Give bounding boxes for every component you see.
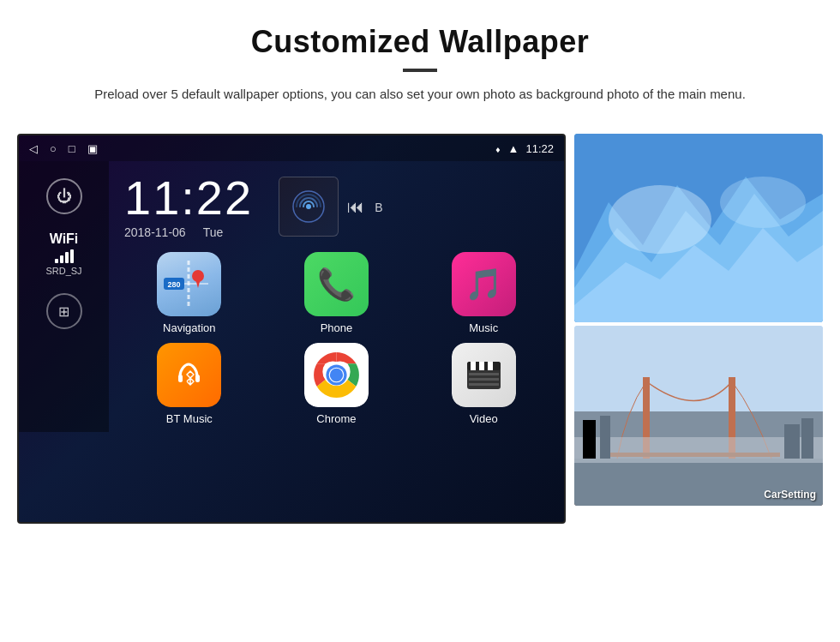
page-header: Customized Wallpaper Preload over 5 defa… xyxy=(0,0,840,120)
wifi-bar-4 xyxy=(70,249,74,263)
svg-rect-39 xyxy=(801,418,813,459)
music-icon: 🎵 xyxy=(452,252,516,316)
clock-display: 11:22 2018-11-06 Tue xyxy=(124,174,253,239)
page-description: Preload over 5 default wallpaper options… xyxy=(69,84,771,105)
btmusic-label: BT Music xyxy=(166,412,213,425)
svg-rect-20 xyxy=(469,373,499,375)
home-icon[interactable]: ○ xyxy=(50,142,57,155)
video-icon xyxy=(452,343,516,407)
apps-button[interactable]: ⊞ xyxy=(46,293,82,329)
clock-time: 11:22 xyxy=(124,174,253,222)
media-widget: ⏮ B xyxy=(279,177,382,237)
play-icon[interactable]: B xyxy=(375,201,382,217)
svg-point-14 xyxy=(330,369,343,381)
chrome-svg xyxy=(313,351,360,399)
carsetting-label: CarSetting xyxy=(764,489,816,501)
navigation-label: Navigation xyxy=(163,321,215,334)
status-time: 11:22 xyxy=(525,142,554,155)
media-controls: ⏮ B xyxy=(347,197,382,217)
svg-rect-19 xyxy=(488,362,493,370)
svg-rect-10 xyxy=(195,375,200,382)
video-label: Video xyxy=(470,412,498,425)
video-svg xyxy=(460,351,507,399)
wifi-label: WiFi xyxy=(45,231,81,247)
app-chrome[interactable]: Chrome xyxy=(267,343,406,425)
network-name: SRD_SJ xyxy=(45,266,81,276)
btmusic-icon xyxy=(157,343,221,407)
app-navigation[interactable]: 280 Navigation xyxy=(120,252,259,334)
clock-date: 2018-11-06 Tue xyxy=(124,225,253,239)
recent-icon[interactable]: □ xyxy=(69,142,75,155)
app-phone[interactable]: 📞 Phone xyxy=(267,252,406,334)
chrome-icon xyxy=(304,343,369,407)
navigation-icon: 280 xyxy=(157,252,221,316)
wifi-signal xyxy=(45,249,81,263)
svg-marker-5 xyxy=(195,276,201,288)
wallpaper-bridge[interactable]: CarSetting xyxy=(574,326,823,506)
nav-map-svg: 280 xyxy=(157,252,221,316)
ice-overlay xyxy=(574,134,823,322)
status-bar: ◁ ○ □ ▣ ⬧ ▲ 11:22 xyxy=(19,135,564,161)
prev-track-icon[interactable]: ⏮ xyxy=(347,197,364,217)
phone-icon: 📞 xyxy=(304,252,369,316)
bridge-overlay xyxy=(574,326,823,506)
main-content: ◁ ○ □ ▣ ⬧ ▲ 11:22 ⏻ WiFi xyxy=(0,120,840,532)
power-button[interactable]: ⏻ xyxy=(46,178,82,214)
svg-rect-18 xyxy=(479,362,484,370)
svg-point-27 xyxy=(609,185,711,254)
app-video[interactable]: Video xyxy=(414,343,553,425)
wallpaper-ice[interactable] xyxy=(574,134,823,322)
device-screen: ◁ ○ □ ▣ ⬧ ▲ 11:22 ⏻ WiFi xyxy=(17,134,566,524)
device-sidebar: ⏻ WiFi SRD_SJ ⊞ xyxy=(19,161,109,432)
day-value: Tue xyxy=(203,225,224,239)
page-title: Customized Wallpaper xyxy=(51,24,789,60)
bt-svg xyxy=(170,356,208,394)
svg-rect-36 xyxy=(583,420,596,459)
wifi-icon: ▲ xyxy=(508,142,519,155)
svg-rect-17 xyxy=(471,362,476,370)
screen-body: ⏻ WiFi SRD_SJ ⊞ xyxy=(19,161,564,432)
clock-area: 11:22 2018-11-06 Tue xyxy=(116,170,557,252)
screen-main: 11:22 2018-11-06 Tue xyxy=(109,161,564,432)
bridge-svg xyxy=(574,326,823,506)
svg-rect-37 xyxy=(600,416,610,459)
ice-svg xyxy=(574,134,823,322)
svg-point-28 xyxy=(720,177,806,228)
title-divider xyxy=(403,69,437,72)
location-icon: ⬧ xyxy=(495,142,501,155)
wifi-widget: WiFi SRD_SJ xyxy=(45,231,81,276)
svg-rect-38 xyxy=(784,424,800,459)
date-value: 2018-11-06 xyxy=(124,225,186,239)
media-icon xyxy=(279,177,339,237)
back-icon[interactable]: ◁ xyxy=(29,142,38,155)
wallpaper-panel: CarSetting xyxy=(574,134,823,506)
app-music[interactable]: 🎵 Music xyxy=(414,252,553,334)
status-bar-right: ⬧ ▲ 11:22 xyxy=(495,142,554,155)
svg-rect-21 xyxy=(469,378,499,381)
svg-rect-22 xyxy=(469,383,499,386)
status-bar-left: ◁ ○ □ ▣ xyxy=(29,142,98,155)
svg-text:280: 280 xyxy=(168,280,181,289)
screenshot-icon[interactable]: ▣ xyxy=(87,142,98,155)
wifi-bar-3 xyxy=(65,252,69,263)
signal-icon xyxy=(291,189,326,224)
wifi-bar-2 xyxy=(60,255,63,263)
svg-point-8 xyxy=(171,357,206,392)
chrome-label: Chrome xyxy=(316,412,356,425)
music-label: Music xyxy=(469,321,498,334)
wifi-bar-1 xyxy=(55,259,58,263)
app-btmusic[interactable]: BT Music xyxy=(120,343,259,425)
svg-rect-9 xyxy=(178,375,183,382)
phone-label: Phone xyxy=(321,321,353,334)
app-grid: 280 Navigation 📞 Phone xyxy=(116,252,557,425)
svg-point-1 xyxy=(306,204,311,209)
